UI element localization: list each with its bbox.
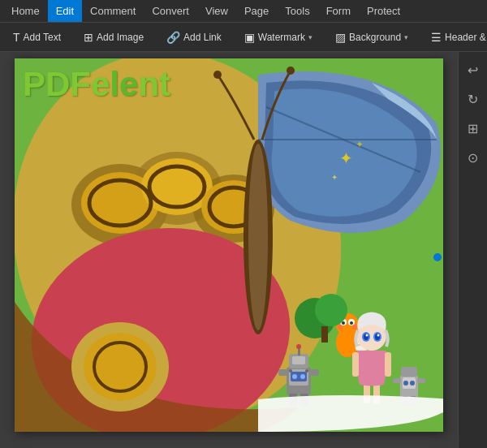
svg-text:✦: ✦ [339, 149, 353, 167]
resize-handle[interactable] [433, 253, 442, 261]
svg-point-17 [248, 144, 268, 330]
menu-protect[interactable]: Protect [359, 0, 408, 22]
menu-convert[interactable]: Convert [144, 0, 197, 22]
svg-point-56 [296, 344, 301, 349]
menu-form[interactable]: Form [318, 0, 359, 22]
svg-point-51 [292, 374, 297, 379]
menu-edit[interactable]: Edit [48, 0, 82, 22]
svg-rect-37 [352, 352, 359, 377]
svg-point-52 [300, 374, 305, 379]
background-chevron-icon: ▾ [404, 33, 408, 41]
undo-button[interactable]: ↩ [462, 58, 485, 81]
svg-text:✦: ✦ [331, 173, 338, 182]
svg-point-63 [403, 381, 408, 386]
svg-rect-59 [278, 369, 288, 376]
add-text-button[interactable]: T Add Text [6, 28, 67, 47]
toolbar: T Add Text ⊞ Add Image 🔗 Add Link ▣ Wate… [0, 23, 487, 52]
background-button[interactable]: ▨ Background ▾ [329, 28, 415, 47]
svg-rect-60 [309, 369, 319, 376]
header-footer-button[interactable]: ☰ Header & Footer ▾ [425, 28, 487, 47]
watermark-icon: ▣ [244, 31, 255, 44]
text-icon: T [13, 31, 20, 44]
menu-tools[interactable]: Tools [277, 0, 317, 22]
menu-bar: Home Edit Comment Convert View Page Tool… [0, 0, 487, 23]
menu-view[interactable]: View [197, 0, 236, 22]
main-area: PDFelent [0, 52, 487, 448]
svg-rect-72 [321, 326, 328, 342]
svg-rect-68 [393, 378, 401, 383]
svg-point-30 [352, 325, 357, 330]
watermark-button[interactable]: ▣ Watermark ▾ [238, 28, 319, 47]
add-image-button[interactable]: ⊞ Add Image [77, 28, 150, 47]
svg-point-28 [350, 321, 353, 325]
right-toolbar: ↩ ↻ ⊞ ⊙ [458, 52, 487, 448]
svg-text:✦: ✦ [356, 139, 364, 150]
image-icon: ⊞ [84, 31, 93, 44]
menu-comment[interactable]: Comment [82, 0, 144, 22]
grid-button[interactable]: ⊞ [462, 117, 485, 140]
add-link-button[interactable]: 🔗 Add Link [160, 28, 228, 47]
pdf-canvas[interactable]: PDFelent [0, 52, 458, 448]
svg-point-45 [377, 334, 380, 337]
svg-point-64 [410, 381, 415, 386]
target-button[interactable]: ⊙ [462, 146, 485, 169]
watermark-chevron-icon: ▾ [308, 33, 312, 41]
background-icon: ▨ [335, 31, 346, 44]
svg-point-19 [287, 67, 295, 75]
menu-home[interactable]: Home [3, 0, 48, 22]
svg-rect-38 [385, 352, 391, 377]
svg-point-18 [213, 71, 222, 79]
svg-point-44 [366, 334, 368, 337]
svg-point-71 [315, 294, 347, 326]
link-icon: 🔗 [166, 31, 180, 44]
header-footer-icon: ☰ [431, 31, 442, 44]
svg-rect-69 [417, 378, 425, 383]
redo-button[interactable]: ↻ [462, 88, 485, 110]
pdf-title: PDFelent [23, 65, 170, 104]
menu-page[interactable]: Page [236, 0, 277, 22]
butterfly-illustration: ✦ ✦ ✦ [15, 58, 443, 432]
svg-rect-54 [292, 356, 305, 364]
svg-rect-65 [401, 367, 417, 377]
svg-point-29 [338, 325, 343, 330]
pdf-page: PDFelent [15, 58, 443, 432]
